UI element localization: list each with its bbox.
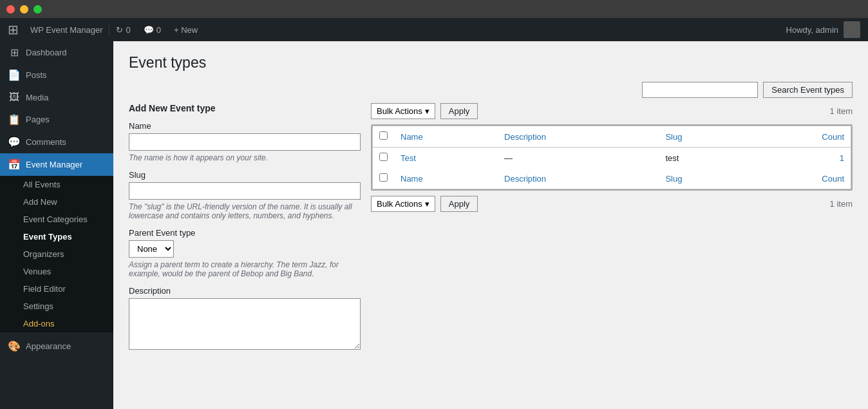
sidebar-item-posts[interactable]: 📄 Posts	[0, 64, 113, 86]
item-count-bottom: 1 item	[830, 199, 853, 209]
row-slug-0: test	[659, 147, 746, 169]
site-name[interactable]: WP Event Manager	[24, 25, 109, 35]
event-categories-label: Event Categories	[23, 214, 88, 224]
footer-description[interactable]: Description	[498, 168, 659, 189]
form-title: Add New Event type	[129, 103, 361, 113]
slug-field-group: Slug The "slug" is the URL-friendly vers…	[129, 170, 361, 220]
row-checkbox-0[interactable]	[379, 153, 388, 161]
description-field-group: Description	[129, 286, 361, 352]
venues-label: Venues	[23, 267, 51, 276]
footer-slug[interactable]: Slug	[659, 168, 746, 189]
item-count-top: 1 item	[830, 106, 853, 116]
sidebar-item-event-manager[interactable]: 📅 Event Manager	[0, 153, 113, 176]
titlebar	[0, 0, 868, 18]
table-row: Test — test 1	[373, 147, 851, 169]
select-all-checkbox[interactable]	[379, 131, 388, 140]
sidebar-item-venues[interactable]: Venues	[0, 263, 113, 280]
search-input[interactable]	[642, 82, 758, 98]
sidebar-label-dashboard: Dashboard	[26, 48, 67, 57]
add-new-label: Add New	[23, 197, 57, 207]
sidebar-label-media: Media	[26, 93, 48, 102]
table-header-row: Name Description Slug Count	[373, 126, 851, 147]
bulk-actions-label-top: Bulk Actions	[377, 106, 422, 116]
close-button[interactable]	[6, 5, 15, 14]
minimize-button[interactable]	[20, 5, 28, 14]
sidebar-item-appearance[interactable]: 🎨 Appearance	[0, 335, 113, 357]
footer-checkbox-col	[373, 168, 395, 189]
header-name[interactable]: Name	[394, 126, 498, 147]
maximize-button[interactable]	[33, 5, 42, 14]
updates-item[interactable]: ↻ 0	[109, 25, 137, 35]
bulk-actions-chevron-top: ▾	[425, 106, 429, 116]
content-area: Add New Event type Name The name is how …	[129, 103, 853, 359]
sidebar-item-comments[interactable]: 💬 Comments	[0, 131, 113, 153]
avatar	[844, 21, 860, 38]
all-events-label: All Events	[23, 180, 61, 189]
parent-select-wrap: None	[129, 240, 361, 258]
new-item[interactable]: + New	[167, 25, 204, 35]
bulk-actions-dropdown-bottom[interactable]: Bulk Actions ▾	[371, 196, 435, 212]
field-editor-label: Field Editor	[23, 284, 66, 294]
updates-count: 0	[126, 25, 130, 35]
new-label: + New	[174, 25, 198, 35]
slug-label: Slug	[129, 170, 361, 180]
sidebar-item-event-categories[interactable]: Event Categories	[0, 211, 113, 228]
main-content: Event types Search Event types Add New E…	[113, 41, 868, 409]
pages-icon: 📋	[8, 113, 21, 126]
page-title: Event types	[129, 54, 853, 71]
row-count-0[interactable]: 1	[746, 147, 851, 169]
slug-input[interactable]	[129, 182, 361, 200]
sidebar-item-addons[interactable]: Add-ons	[0, 315, 113, 332]
updates-icon: ↻	[116, 25, 123, 35]
description-textarea[interactable]	[129, 298, 361, 350]
sidebar-item-event-types[interactable]: Event Types	[0, 228, 113, 245]
select-all-footer-checkbox[interactable]	[379, 173, 388, 182]
sidebar-label-posts: Posts	[26, 70, 47, 80]
parent-select[interactable]: None	[129, 240, 174, 258]
header-description[interactable]: Description	[498, 126, 659, 147]
sidebar-item-settings[interactable]: Settings	[0, 298, 113, 315]
comments-item[interactable]: 💬 0	[137, 25, 167, 35]
media-icon: 🖼	[8, 91, 21, 103]
event-types-label: Event Types	[23, 232, 72, 242]
sidebar-item-field-editor[interactable]: Field Editor	[0, 280, 113, 298]
howdy-text: Howdy, admin	[786, 25, 838, 35]
header-slug[interactable]: Slug	[659, 126, 746, 147]
dashboard-icon: ⊞	[8, 46, 21, 59]
sidebar-item-add-new[interactable]: Add New	[0, 193, 113, 211]
parent-hint: Assign a parent term to create a hierarc…	[129, 260, 361, 278]
event-types-table: Name Description Slug Count	[372, 126, 851, 189]
header-checkbox-col	[373, 126, 395, 147]
settings-label: Settings	[23, 301, 53, 311]
name-input[interactable]	[129, 133, 361, 151]
event-manager-submenu: All Events Add New Event Categories Even…	[0, 176, 113, 332]
bulk-actions-dropdown-top[interactable]: Bulk Actions ▾	[371, 103, 435, 119]
header-count[interactable]: Count	[746, 126, 851, 147]
sidebar-item-dashboard[interactable]: ⊞ Dashboard	[0, 41, 113, 64]
organizers-label: Organizers	[23, 249, 64, 259]
sidebar-item-pages[interactable]: 📋 Pages	[0, 108, 113, 131]
row-name-0[interactable]: Test	[394, 147, 498, 169]
footer-name[interactable]: Name	[394, 168, 498, 189]
comments-count: 0	[156, 25, 161, 35]
footer-count[interactable]: Count	[746, 168, 851, 189]
search-event-types-button[interactable]: Search Event types	[763, 82, 853, 98]
row-description-0: —	[498, 147, 659, 169]
apply-button-top[interactable]: Apply	[440, 103, 478, 119]
sidebar-item-media[interactable]: 🖼 Media	[0, 86, 113, 108]
event-types-table-container: Name Description Slug Count	[371, 124, 853, 191]
sidebar: ⊞ Dashboard 📄 Posts 🖼 Media 📋 Pages 💬 Co…	[0, 41, 113, 409]
appearance-icon: 🎨	[8, 340, 21, 352]
site-name-text: WP Event Manager	[30, 25, 102, 35]
parent-field-group: Parent Event type None Assign a parent t…	[129, 228, 361, 278]
search-bar: Search Event types	[129, 82, 853, 98]
sidebar-item-all-events[interactable]: All Events	[0, 176, 113, 193]
admin-bar-items: ↻ 0 💬 0 + New	[109, 25, 786, 35]
table-footer-row: Name Description Slug Count	[373, 168, 851, 189]
sidebar-item-organizers[interactable]: Organizers	[0, 245, 113, 263]
comments-icon: 💬	[144, 25, 154, 35]
sidebar-label-comments: Comments	[26, 137, 66, 147]
name-hint: The name is how it appears on your site.	[129, 153, 361, 162]
apply-button-bottom[interactable]: Apply	[440, 196, 478, 212]
bulk-bar-top: Bulk Actions ▾ Apply 1 item	[371, 103, 853, 119]
